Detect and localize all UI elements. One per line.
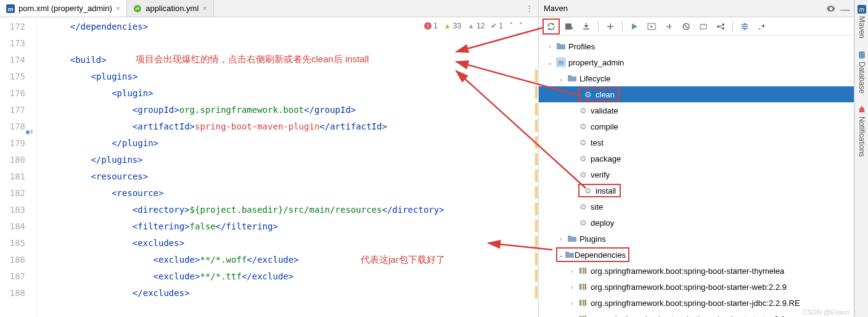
lifecycle-compile[interactable]: ⚙ compile <box>539 118 854 134</box>
lifecycle-deploy[interactable]: ⚙ deploy <box>539 215 854 231</box>
node-label: Plugins <box>579 234 606 244</box>
tab-pom[interactable]: m pom.xml (property_admin) × <box>0 0 127 17</box>
dependency-item[interactable]: › org.springframework.boot:spring-boot-s… <box>539 263 854 279</box>
code-content[interactable]: </dependencies> <build> <plugins> <plugi… <box>37 17 532 317</box>
code-line[interactable]: <build> <box>49 52 532 68</box>
svg-rect-14 <box>583 268 584 274</box>
lifecycle-package[interactable]: ⚙ package <box>539 150 854 167</box>
tree-profiles[interactable]: › Profiles <box>539 38 854 54</box>
node-label: org.mybatis.spring.boot:mybatis-spring-b… <box>591 315 787 318</box>
code-line[interactable]: <filtering>false</filtering> <box>49 218 532 235</box>
database-icon <box>858 51 866 59</box>
svg-rect-19 <box>585 284 586 290</box>
download-button[interactable] <box>578 19 594 34</box>
code-line[interactable]: <exclude>**/*.ttf</exclude> <box>49 268 532 285</box>
skip-tests-button[interactable] <box>678 19 694 34</box>
lifecycle-install[interactable]: ⚙install <box>539 183 854 199</box>
code-line[interactable]: <plugin> <box>49 85 532 102</box>
tab-yml[interactable]: application.yml × <box>127 0 214 17</box>
code-line[interactable]: <plugins> <box>49 68 532 85</box>
gear-icon: ⚙ <box>578 170 588 179</box>
lifecycle-validate[interactable]: ⚙ validate <box>539 102 854 118</box>
node-label: property_admin <box>568 58 624 67</box>
svg-rect-3 <box>565 23 571 30</box>
code-line[interactable]: <exclude>**/*.woff</exclude> <box>49 252 532 268</box>
generate-sources-button[interactable] <box>561 19 577 34</box>
node-label: Lifecycle <box>579 74 611 83</box>
code-line[interactable]: <directory>${project.basedir}/src/main/r… <box>49 202 532 218</box>
add-button[interactable] <box>602 19 618 34</box>
line-number: 188 <box>0 285 25 302</box>
line-gutter: 172173174175176177178◉↑17918018118218318… <box>0 17 37 317</box>
close-icon[interactable]: × <box>116 4 121 13</box>
svg-rect-23 <box>585 300 586 306</box>
code-line[interactable]: </plugin> <box>49 135 532 152</box>
node-label: org.springframework.boot:spring-boot-sta… <box>591 266 784 276</box>
right-tool-rail: m Maven Database Notifications <box>854 0 868 317</box>
reload-highlight-box <box>542 19 560 35</box>
node-label: org.springframework.boot:spring-boot-sta… <box>591 282 787 292</box>
reload-button[interactable] <box>544 19 559 34</box>
offline-button[interactable] <box>695 19 711 34</box>
svg-rect-16 <box>579 284 581 290</box>
collapse-button[interactable] <box>737 19 753 34</box>
line-number: 186 <box>0 252 25 268</box>
show-deps-button[interactable] <box>713 19 729 34</box>
folder-icon <box>567 73 577 83</box>
code-line[interactable]: <excludes> <box>49 235 532 252</box>
spring-icon <box>133 4 142 13</box>
tree-project[interactable]: ⌄m property_admin <box>539 54 854 70</box>
code-line[interactable]: <groupId>org.springframework.boot</group… <box>49 102 532 118</box>
run-config-button[interactable] <box>644 19 660 34</box>
bell-icon <box>858 105 866 114</box>
maven-tree[interactable]: › Profiles⌄m property_admin⌄ Lifecycle ⚙… <box>539 36 854 317</box>
tree-lifecycle[interactable]: ⌄ Lifecycle <box>539 70 854 86</box>
maven-icon: m <box>556 57 566 67</box>
maven-toolbar <box>539 17 854 36</box>
gear-icon[interactable] <box>827 4 835 13</box>
svg-text:m: m <box>859 6 864 13</box>
gear-icon: ⚙ <box>578 154 588 163</box>
toggle-skip-tests-button[interactable] <box>661 19 677 34</box>
code-line[interactable]: <resource> <box>49 185 532 202</box>
rail-maven[interactable]: m Maven <box>858 5 866 38</box>
lifecycle-test[interactable]: ⚙ test <box>539 134 854 150</box>
dependency-item[interactable]: › org.springframework.boot:spring-boot-s… <box>539 279 854 295</box>
line-number: 185 <box>0 235 25 252</box>
editor-tabs: m pom.xml (property_admin) × application… <box>0 0 538 17</box>
tree-plugins[interactable]: › Plugins <box>539 231 854 247</box>
code-line[interactable]: </dependencies> <box>49 19 532 35</box>
lifecycle-site[interactable]: ⚙ site <box>539 199 854 215</box>
minimize-icon[interactable]: — <box>840 4 849 13</box>
lifecycle-verify[interactable]: ⚙ verify <box>539 167 854 183</box>
code-line[interactable] <box>49 35 532 52</box>
code-line[interactable]: </excludes> <box>49 285 532 302</box>
node-label: test <box>591 138 604 147</box>
code-editor[interactable]: 172173174175176177178◉↑17918018118218318… <box>0 17 538 317</box>
svg-rect-17 <box>581 284 583 290</box>
gear-icon: ⚙ <box>583 89 593 99</box>
rail-database[interactable]: Database <box>858 51 866 93</box>
gear-icon: ⚙ <box>578 121 588 131</box>
svg-text:m: m <box>8 5 14 12</box>
lifecycle-clean[interactable]: ⚙clean <box>539 86 854 102</box>
svg-point-2 <box>134 4 141 12</box>
code-line[interactable]: </plugins> <box>49 152 532 168</box>
settings-button[interactable] <box>754 19 770 34</box>
line-number: 176 <box>0 85 25 102</box>
node-label: Dependencies <box>575 250 626 260</box>
node-label: deploy <box>591 218 614 228</box>
tab-label: pom.xml (property_admin) <box>18 4 112 13</box>
tabs-more-icon[interactable]: ⋮ <box>520 4 538 13</box>
line-number: 175 <box>0 68 25 85</box>
library-icon <box>578 298 588 308</box>
run-button[interactable] <box>626 19 642 34</box>
svg-rect-6 <box>700 25 706 29</box>
tree-dependencies[interactable]: ⌄ Dependencies <box>539 247 854 263</box>
node-label: install <box>596 186 616 196</box>
close-icon[interactable]: × <box>202 4 207 13</box>
rail-notifications[interactable]: Notifications <box>858 105 866 157</box>
code-line[interactable]: <artifactId>spring-boot-maven-plugin</ar… <box>49 118 532 135</box>
line-number: 182 <box>0 185 25 202</box>
code-line[interactable]: <resources> <box>49 168 532 185</box>
